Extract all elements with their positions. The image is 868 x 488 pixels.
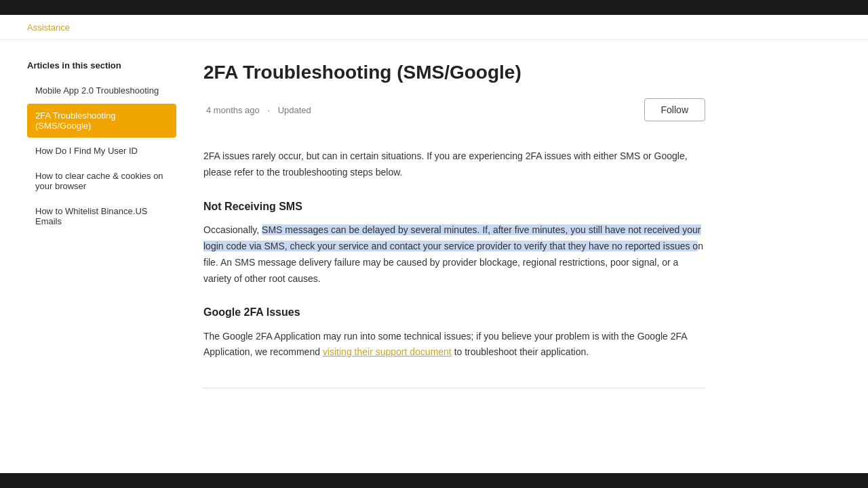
sidebar-item-2fa[interactable]: 2FA Troubleshooting (SMS/Google) <box>27 104 176 138</box>
article-meta-left: 4 months ago · Updated <box>203 105 314 115</box>
main-content: 2FA Troubleshooting (SMS/Google) 4 month… <box>203 60 705 388</box>
article-title: 2FA Troubleshooting (SMS/Google) <box>203 60 705 85</box>
sidebar-item-cache-link[interactable]: How to clear cache & cookies on your bro… <box>27 164 176 198</box>
article-intro: 2FA issues rarely occur, but can in cert… <box>203 148 705 181</box>
main-layout: Articles in this section Mobile App 2.0 … <box>0 40 868 409</box>
section2-heading: Google 2FA Issues <box>203 303 705 321</box>
section2-suffix: to troubleshoot their application. <box>452 346 589 357</box>
sidebar-item-user-id-link[interactable]: How Do I Find My User ID <box>27 139 176 163</box>
sidebar-item-cache[interactable]: How to clear cache & cookies on your bro… <box>27 164 176 198</box>
article-meta-status: Updated <box>278 105 311 115</box>
section2-paragraph: The Google 2FA Application may run into … <box>203 329 705 361</box>
sidebar-item-whitelist[interactable]: How to Whitelist Binance.US Emails <box>27 199 176 233</box>
section2-link[interactable]: visiting their support document <box>323 346 452 357</box>
sidebar-item-mobile-app-link[interactable]: Mobile App 2.0 Troubleshooting <box>27 79 176 102</box>
sidebar-item-mobile-app[interactable]: Mobile App 2.0 Troubleshooting <box>27 79 176 102</box>
sidebar-item-whitelist-link[interactable]: How to Whitelist Binance.US Emails <box>27 199 176 233</box>
brand-link[interactable]: Assistance <box>27 22 70 33</box>
section1-highlighted: SMS messages can be delayed by several m… <box>203 224 701 251</box>
top-bar <box>0 0 868 15</box>
nav-bar: Assistance <box>0 15 868 40</box>
article-meta-time: 4 months ago <box>206 105 260 115</box>
sidebar-item-2fa-active[interactable]: 2FA Troubleshooting (SMS/Google) <box>27 104 176 138</box>
follow-button[interactable]: Follow <box>644 98 705 121</box>
sidebar: Articles in this section Mobile App 2.0 … <box>27 60 176 388</box>
section1-prefix: Occasionally, <box>203 224 262 235</box>
sidebar-section-title: Articles in this section <box>27 60 176 70</box>
article-meta: 4 months ago · Updated Follow <box>203 98 705 128</box>
section1-paragraph: Occasionally, SMS messages can be delaye… <box>203 222 705 287</box>
sidebar-items: Mobile App 2.0 Troubleshooting 2FA Troub… <box>27 79 176 233</box>
section1-heading: Not Receiving SMS <box>203 197 705 216</box>
article-body: 2FA issues rarely occur, but can in cert… <box>203 148 705 388</box>
article-meta-separator: · <box>267 105 270 115</box>
article-divider <box>203 388 705 388</box>
sidebar-item-user-id[interactable]: How Do I Find My User ID <box>27 139 176 163</box>
